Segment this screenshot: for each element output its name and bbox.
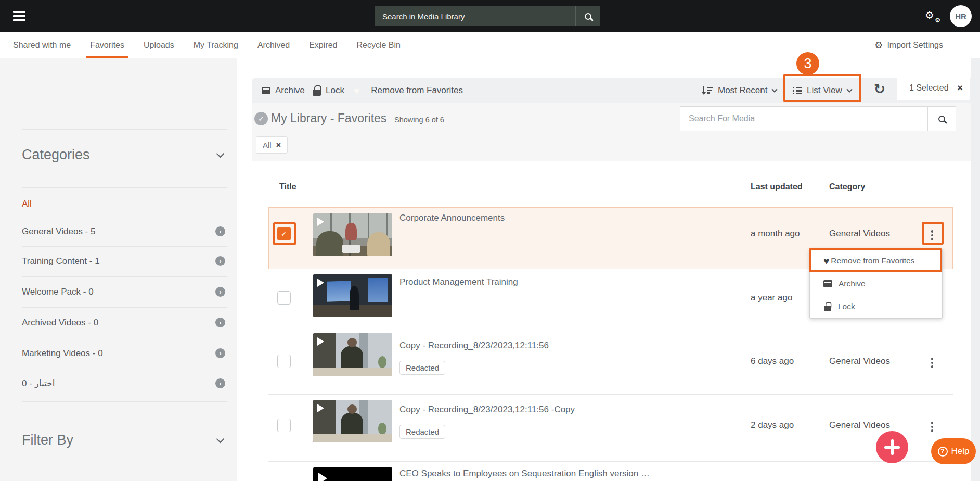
remove-chip-icon[interactable]: × <box>276 141 281 150</box>
chevron-right-icon[interactable]: › <box>215 287 225 297</box>
filter-by-collapse-chevron-icon[interactable] <box>216 435 225 444</box>
tab-favorites[interactable]: Favorites <box>90 32 124 58</box>
column-header-last-updated: Last updated <box>751 182 803 192</box>
chevron-right-icon[interactable]: › <box>215 226 225 236</box>
clear-selection-icon[interactable]: × <box>957 82 963 94</box>
kebab-menu-icon[interactable] <box>928 421 936 435</box>
top-bar: ⚙⚙ HR <box>0 0 980 32</box>
tab-my-tracking[interactable]: My Tracking <box>194 32 238 58</box>
selection-count-label: 1 Selected <box>909 83 949 93</box>
last-updated-value: 2 days ago <box>751 420 794 431</box>
archive-icon <box>262 87 270 94</box>
tab-recycle-bin[interactable]: Recycle Bin <box>356 32 400 58</box>
kebab-menu-icon[interactable] <box>928 357 936 371</box>
search-icon <box>585 13 591 20</box>
column-header-category: Category <box>829 182 865 192</box>
sidebar-item-general-videos[interactable]: General Videos - 5› <box>22 219 227 245</box>
play-icon <box>317 337 324 346</box>
question-mark-icon: ? <box>938 447 948 457</box>
sidebar-item-marketing-videos[interactable]: Marketing Videos - 0› <box>22 340 227 366</box>
chevron-right-icon[interactable]: › <box>215 256 225 266</box>
lock-icon <box>313 85 321 96</box>
admin-gears-icon[interactable]: ⚙⚙ <box>925 9 940 23</box>
page-scroll-gutter[interactable] <box>971 58 980 481</box>
sidebar-item-archived-videos[interactable]: Archived Videos - 0› <box>22 310 227 336</box>
sidebar-item-training-content[interactable]: Training Content - 1› <box>22 248 227 274</box>
tab-archived[interactable]: Archived <box>257 32 290 58</box>
nav-bar: Shared with me Favorites Uploads My Trac… <box>0 32 980 58</box>
category-value: General Videos <box>829 356 890 366</box>
menu-item-remove-from-favorites[interactable]: ♥ Remove from Favorites <box>810 249 942 272</box>
categories-collapse-chevron-icon[interactable] <box>216 150 225 158</box>
video-thumbnail[interactable] <box>313 274 392 317</box>
chevron-right-icon[interactable]: › <box>215 378 225 388</box>
chevron-down-icon <box>846 86 852 92</box>
global-search-button[interactable] <box>575 6 600 26</box>
row-context-menu: ♥ Remove from Favorites Archive Lock <box>809 249 943 319</box>
video-thumbnail[interactable] <box>313 213 392 256</box>
gear-icon: ⚙ <box>874 41 883 50</box>
view-dropdown[interactable]: List View <box>793 78 852 103</box>
row-checkbox[interactable] <box>277 419 291 432</box>
hamburger-menu-icon[interactable] <box>13 11 25 21</box>
lock-button[interactable]: Lock <box>313 78 344 103</box>
global-search <box>375 6 600 26</box>
media-search-input[interactable] <box>680 107 927 131</box>
categories-heading: Categories <box>22 147 90 163</box>
last-updated-value: a month ago <box>751 229 800 239</box>
video-thumbnail[interactable] <box>313 467 392 481</box>
sort-descending-icon <box>701 86 713 95</box>
media-table: Title Last updated Category ✓ Corporate … <box>252 161 971 481</box>
chevron-right-icon[interactable]: › <box>215 318 225 327</box>
chevron-down-icon <box>772 86 778 92</box>
select-all-check-icon[interactable]: ✓ <box>254 112 268 125</box>
menu-item-lock[interactable]: Lock <box>810 295 942 318</box>
remove-from-favorites-button[interactable]: ♥ Remove from Favorites <box>354 78 463 103</box>
category-value: General Videos <box>829 229 890 239</box>
video-thumbnail[interactable] <box>313 400 392 442</box>
nav-tabs: Shared with me Favorites Uploads My Trac… <box>13 32 401 58</box>
video-title[interactable]: Product Management Training <box>399 277 518 287</box>
archive-button[interactable]: Archive <box>262 78 305 103</box>
category-value: General Videos <box>829 420 890 431</box>
search-icon <box>938 116 945 122</box>
play-icon <box>317 218 324 226</box>
sidebar-item-ikhtibar[interactable]: اختبار - 0› <box>22 371 227 397</box>
avatar[interactable]: HR <box>950 5 972 27</box>
row-checkbox[interactable] <box>277 355 291 368</box>
filter-chip-all[interactable]: All × <box>256 136 288 154</box>
filter-by-heading: Filter By <box>22 432 73 448</box>
video-title[interactable]: CEO Speaks to Employees on Sequestration… <box>399 469 650 479</box>
play-icon <box>317 279 324 287</box>
sidebar-item-welcome-pack[interactable]: Welcome Pack - 0› <box>22 279 227 305</box>
heart-icon: ♥ <box>354 86 359 96</box>
video-title[interactable]: Copy - Recording_8/23/2023,12:11:56 <box>399 340 549 351</box>
refresh-icon[interactable]: ↻ <box>874 80 885 98</box>
video-title[interactable]: Corporate Announcements <box>399 213 505 223</box>
row-checkbox-checked[interactable]: ✓ <box>277 227 291 240</box>
lock-icon <box>824 302 831 311</box>
add-media-fab[interactable] <box>876 431 908 463</box>
last-updated-value: a year ago <box>751 293 792 303</box>
media-search-button[interactable] <box>927 107 956 131</box>
redacted-badge: Redacted <box>399 425 445 439</box>
archive-icon <box>823 280 832 287</box>
global-search-input[interactable] <box>375 6 575 26</box>
row-checkbox[interactable] <box>277 291 291 305</box>
chevron-right-icon[interactable]: › <box>215 348 225 358</box>
help-button[interactable]: ? Help <box>931 438 976 464</box>
tab-shared-with-me[interactable]: Shared with me <box>13 32 71 58</box>
tab-expired[interactable]: Expired <box>309 32 337 58</box>
annotation-step-badge: 3 <box>796 52 819 75</box>
kebab-menu-icon[interactable] <box>928 229 936 243</box>
video-thumbnail[interactable] <box>313 333 392 376</box>
tab-uploads[interactable]: Uploads <box>144 32 174 58</box>
heart-icon: ♥ <box>823 256 829 266</box>
last-updated-value: 6 days ago <box>751 356 794 366</box>
video-title[interactable]: Copy - Recording_8/23/2023,12:11:56 -Cop… <box>399 404 575 415</box>
results-count: Showing 6 of 6 <box>394 116 444 124</box>
sidebar-item-all[interactable]: All <box>22 191 227 217</box>
import-settings-button[interactable]: ⚙ Import Settings <box>874 32 943 58</box>
menu-item-archive[interactable]: Archive <box>810 272 942 295</box>
sort-dropdown[interactable]: Most Recent <box>701 78 777 103</box>
